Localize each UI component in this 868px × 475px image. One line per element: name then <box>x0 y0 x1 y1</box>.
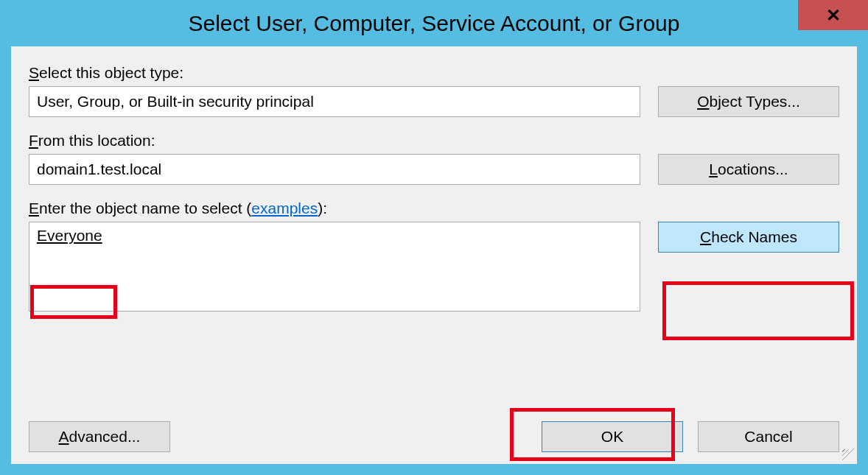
dialog-window: Select User, Computer, Service Account, … <box>0 0 868 475</box>
cancel-button[interactable]: Cancel <box>698 421 839 452</box>
advanced-button[interactable]: Advanced... <box>29 421 170 452</box>
object-name-input[interactable]: Everyone <box>29 222 640 312</box>
window-title: Select User, Computer, Service Account, … <box>0 11 868 36</box>
examples-link[interactable]: examples <box>251 200 318 217</box>
dialog-client-area: Select this object type: User, Group, or… <box>11 46 857 464</box>
object-types-button[interactable]: Object Types... <box>658 86 839 117</box>
close-icon: ✕ <box>826 5 841 26</box>
button-row: Advanced... OK Cancel <box>29 421 839 452</box>
resolved-object-name: Everyone <box>37 227 102 244</box>
object-type-field: User, Group, or Built-in security princi… <box>29 86 640 117</box>
resize-grip-icon[interactable] <box>842 449 855 462</box>
check-names-button[interactable]: Check Names <box>658 222 839 253</box>
object-type-label: Select this object type: <box>29 64 839 82</box>
location-field: domain1.test.local <box>29 154 640 185</box>
object-type-value: User, Group, or Built-in security princi… <box>37 93 314 110</box>
ok-button[interactable]: OK <box>542 421 683 452</box>
location-value: domain1.test.local <box>37 161 161 178</box>
locations-button[interactable]: Locations... <box>658 154 839 185</box>
title-bar: Select User, Computer, Service Account, … <box>0 0 868 46</box>
object-name-label: Enter the object name to select (example… <box>29 200 839 217</box>
location-label: From this location: <box>29 132 839 149</box>
close-button[interactable]: ✕ <box>798 0 868 30</box>
